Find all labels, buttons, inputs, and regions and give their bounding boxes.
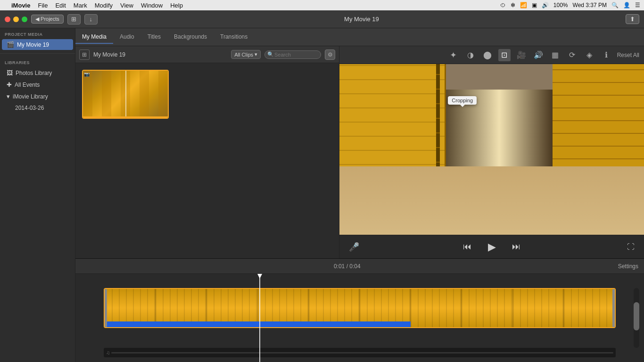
histogram-icon[interactable]: ▦ <box>549 49 561 61</box>
timeline-thumb-10 <box>564 289 615 327</box>
preview-panel: Cropping ✦ ◑ ⬤ ⊡ 🎥 🔊 ▦ ⟳ ◈ ℹ Reset All <box>339 46 644 258</box>
title-bar: ◀ Projects ⊞ ↓ My Movie 19 ⬆ <box>0 10 644 28</box>
sidebar-item-all-events[interactable]: ✚ All Events <box>2 79 73 90</box>
menu-window[interactable]: Window <box>141 2 163 9</box>
audio-track: ♫ <box>104 348 616 357</box>
timeline-time: 0:01 / 0:04 <box>81 263 613 270</box>
settings-gear-button[interactable]: ⚙ <box>325 49 335 60</box>
current-time: 0:01 <box>334 263 345 270</box>
video-frame <box>339 64 644 235</box>
menu-edit[interactable]: Edit <box>55 2 66 9</box>
sidebar-item-photos[interactable]: 🖼 Photos Library <box>2 67 73 78</box>
magic-wand-icon[interactable]: ✦ <box>447 49 460 61</box>
timeline-thumb-8 <box>462 289 512 327</box>
menu-view[interactable]: View <box>120 2 133 9</box>
grid-view-toggle[interactable]: ⊞ <box>79 49 90 60</box>
media-title: My Movie 19 <box>93 51 227 58</box>
media-toolbar: ⊞ My Movie 19 All Clips ▾ 🔍 ⚙ <box>75 46 339 63</box>
wifi-icon: 📶 <box>520 2 527 8</box>
add-icon: ✚ <box>7 81 12 88</box>
tab-transitions[interactable]: Transitions <box>214 31 254 44</box>
main-area: PROJECT MEDIA 🎬 My Movie 19 LIBRARIES 🖼 … <box>0 28 644 362</box>
timeline-clip[interactable] <box>104 288 616 328</box>
timeline-progress-bar <box>105 321 411 327</box>
clock: Wed 3:37 PM <box>573 2 607 8</box>
volume-bar <box>111 352 613 354</box>
tab-audio[interactable]: Audio <box>113 31 141 44</box>
fast-forward-button[interactable]: ⏭ <box>509 239 524 255</box>
info-icon[interactable]: ℹ <box>600 49 612 61</box>
timeline-scrollbar[interactable] <box>634 288 639 348</box>
play-button[interactable]: ▶ <box>484 239 499 255</box>
tab-backgrounds[interactable]: Backgrounds <box>167 31 214 44</box>
bluetooth-icon: ✻ <box>511 2 515 8</box>
list-icon: ☰ <box>635 2 640 8</box>
media-browser: ⊞ My Movie 19 All Clips ▾ 🔍 ⚙ <box>75 46 339 258</box>
volume-icon: 🔊 <box>542 2 549 8</box>
audio-icon[interactable]: 🔊 <box>532 49 545 61</box>
hallway-depth <box>446 90 553 166</box>
timeline-handle-right[interactable] <box>612 289 616 327</box>
minimize-button[interactable] <box>13 16 19 22</box>
camera-clip-icon: 📷 <box>84 72 90 77</box>
scrollbar-thumb[interactable] <box>634 302 639 330</box>
maximize-button[interactable] <box>22 16 27 22</box>
time-machine-icon: ⏲ <box>500 2 506 8</box>
clip-thumbnail: 📷 <box>83 71 168 118</box>
color-wheel-icon[interactable]: ⬤ <box>481 49 494 61</box>
chevron-down-icon: ▾ <box>255 51 257 58</box>
locker-scene <box>339 64 644 235</box>
clip-split-line <box>125 71 126 118</box>
menu-modify[interactable]: Modify <box>95 2 113 9</box>
speed-icon[interactable]: ⟳ <box>566 49 578 61</box>
timeline-handle-left[interactable] <box>104 289 107 327</box>
floor <box>339 166 644 235</box>
sidebar: PROJECT MEDIA 🎬 My Movie 19 LIBRARIES 🖼 … <box>0 28 75 362</box>
menu-help[interactable]: Help <box>170 2 183 9</box>
reset-all-button[interactable]: Reset All <box>617 52 639 58</box>
middle-area: ⊞ My Movie 19 All Clips ▾ 🔍 ⚙ <box>75 46 644 258</box>
timeline-clip-area <box>104 288 616 340</box>
preview-controls: 🎤 ⏮ ▶ ⏭ ⛶ <box>339 235 644 258</box>
share-button[interactable]: ⬆ <box>626 14 639 24</box>
menu-mark[interactable]: Mark <box>74 2 87 9</box>
projects-button[interactable]: ◀ Projects <box>31 15 64 24</box>
titlebar-right: ⬆ <box>626 14 639 24</box>
sidebar-item-date[interactable]: 2014-03-26 <box>2 103 73 113</box>
sidebar-divider <box>0 53 75 54</box>
timeline-thumb-9 <box>513 289 564 327</box>
search-wrapper: 🔍 <box>264 50 321 59</box>
content-area: My Media Audio Titles Backgrounds Transi… <box>75 28 644 362</box>
crop-icon[interactable]: ⊡ <box>498 49 511 61</box>
display-icon: ▣ <box>532 2 537 8</box>
app-name[interactable]: iMovie <box>11 2 30 9</box>
rewind-button[interactable]: ⏮ <box>460 239 475 255</box>
microphone-icon[interactable]: 🎤 <box>349 242 359 252</box>
tab-my-media[interactable]: My Media <box>75 31 113 44</box>
camera-icon[interactable]: 🎥 <box>515 49 528 61</box>
search-icon: 🔍 <box>267 51 274 58</box>
media-clip[interactable]: 📷 <box>82 70 169 119</box>
close-button[interactable] <box>5 16 10 22</box>
libraries-header: LIBRARIES <box>0 57 75 67</box>
sidebar-item-my-movie[interactable]: 🎬 My Movie 19 <box>2 39 73 50</box>
grid-view-button[interactable]: ⊞ <box>67 14 81 25</box>
menu-file[interactable]: File <box>38 2 48 9</box>
project-media-header: PROJECT MEDIA <box>0 28 75 39</box>
timeline: 0:01 / 0:04 Settings <box>75 258 644 362</box>
timeline-thumb-7 <box>411 289 462 327</box>
clips-selector[interactable]: All Clips ▾ <box>231 50 261 59</box>
user-icon: 👤 <box>623 2 630 8</box>
total-time: 0:04 <box>349 263 360 270</box>
video-preview <box>339 64 644 235</box>
sidebar-item-imovie-library[interactable]: ▾ iMovie Library <box>2 91 73 102</box>
search-menu-icon[interactable]: 🔍 <box>611 2 619 8</box>
tab-titles[interactable]: Titles <box>141 31 167 44</box>
noise-icon[interactable]: ◈ <box>583 49 595 61</box>
color-board-icon[interactable]: ◑ <box>464 49 477 61</box>
fullscreen-button[interactable]: ⛶ <box>627 243 635 251</box>
window-controls <box>5 16 27 22</box>
timeline-settings-button[interactable]: Settings <box>618 263 638 270</box>
playhead[interactable] <box>259 274 260 362</box>
sort-button[interactable]: ↓ <box>84 14 98 25</box>
